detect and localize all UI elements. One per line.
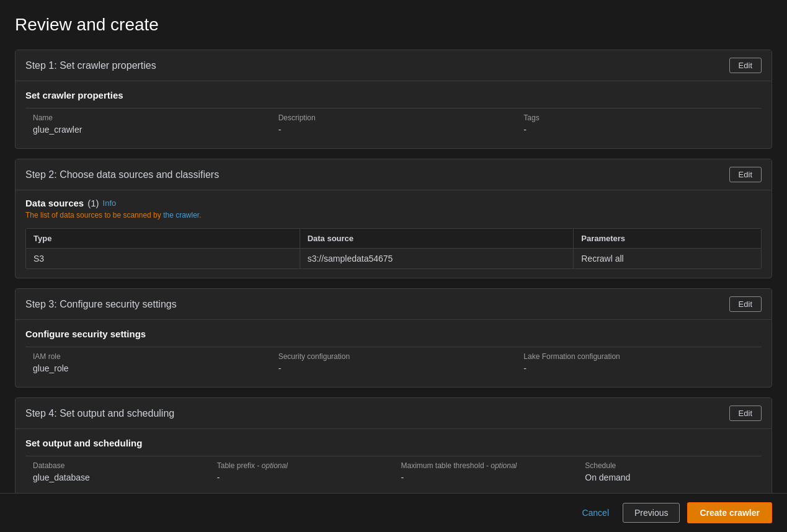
- step1-fields: Name glue_crawler Description - Tags -: [25, 108, 762, 140]
- step1-subsection: Set crawler properties Name glue_crawler…: [16, 81, 771, 148]
- step1-description-label: Description: [278, 113, 509, 122]
- step3-security-field: Security configuration -: [271, 347, 517, 378]
- step1-description-field: Description -: [271, 109, 517, 140]
- step1-header: Step 1: Set crawler properties Edit: [16, 50, 771, 81]
- step4-edit-button[interactable]: Edit: [729, 406, 762, 421]
- step3-fields: IAM role glue_role Security configuratio…: [25, 347, 762, 378]
- step4-title: Step 4: Set output and scheduling: [25, 408, 174, 419]
- row-type: S3: [26, 249, 300, 268]
- step3-lakeformation-field: Lake Formation configuration -: [516, 347, 762, 378]
- step4-fields: Database glue_database Table prefix - op…: [25, 456, 762, 487]
- data-sources-table: Type Data source Parameters S3 s3://samp…: [25, 228, 762, 269]
- step4-database-value: glue_database: [33, 472, 202, 482]
- step4-subsection: Set output and scheduling Database glue_…: [16, 429, 771, 496]
- step3-subsection-title: Configure security settings: [25, 329, 762, 339]
- table-header: Type Data source Parameters: [26, 229, 761, 249]
- step3-edit-button[interactable]: Edit: [729, 296, 762, 312]
- step4-schedule-value: On demand: [585, 472, 754, 482]
- row-source: s3://sampledata54675: [300, 249, 574, 268]
- step1-name-value: glue_crawler: [33, 125, 264, 135]
- col-params-header: Parameters: [574, 229, 761, 248]
- crawler-link: the crawler: [163, 211, 199, 219]
- step2-description: The list of data sources to be scanned b…: [25, 211, 762, 219]
- step4-maxthreshold-label: Maximum table threshold - optional: [401, 461, 571, 470]
- step1-name-label: Name: [33, 113, 264, 122]
- step2-header: Step 2: Choose data sources and classifi…: [16, 159, 771, 190]
- step1-tags-field: Tags -: [516, 109, 762, 140]
- cancel-button[interactable]: Cancel: [576, 504, 615, 521]
- col-source-header: Data source: [300, 229, 574, 248]
- step3-security-value: -: [278, 363, 509, 373]
- step2-info-link[interactable]: Info: [103, 198, 117, 208]
- step2-section: Step 2: Choose data sources and classifi…: [15, 159, 772, 278]
- step4-tableprefix-label: Table prefix - optional: [217, 461, 386, 470]
- step1-tags-value: -: [523, 125, 754, 135]
- page-title: Review and create: [15, 15, 772, 35]
- step4-database-field: Database glue_database: [25, 456, 210, 487]
- step3-iam-field: IAM role glue_role: [25, 347, 271, 378]
- step2-badge: (1): [87, 198, 99, 208]
- step2-sources-label: Data sources: [25, 198, 84, 208]
- step2-subsection-header: Data sources (1) Info The list of data s…: [16, 190, 771, 228]
- step3-lakeformation-value: -: [523, 363, 754, 373]
- step4-database-label: Database: [33, 461, 202, 470]
- step2-edit-button[interactable]: Edit: [729, 167, 762, 182]
- footer-bar: Cancel Previous Create crawler: [0, 493, 787, 532]
- col-type-header: Type: [26, 229, 300, 248]
- step3-security-label: Security configuration: [278, 352, 509, 361]
- step1-title: Step 1: Set crawler properties: [25, 60, 156, 71]
- previous-button[interactable]: Previous: [623, 503, 680, 523]
- table-row: S3 s3://sampledata54675 Recrawl all: [26, 249, 761, 268]
- step3-header: Step 3: Configure security settings Edit: [16, 289, 771, 320]
- step4-schedule-field: Schedule On demand: [577, 456, 762, 487]
- step1-description-value: -: [278, 125, 509, 135]
- step4-schedule-label: Schedule: [585, 461, 754, 470]
- step1-name-field: Name glue_crawler: [25, 109, 271, 140]
- step4-section: Step 4: Set output and scheduling Edit S…: [15, 397, 772, 497]
- step2-title: Step 2: Choose data sources and classifi…: [25, 169, 219, 180]
- step4-subsection-title: Set output and scheduling: [25, 438, 762, 448]
- step4-maxthreshold-field: Maximum table threshold - optional -: [394, 456, 578, 487]
- step3-section: Step 3: Configure security settings Edit…: [15, 288, 772, 388]
- step1-edit-button[interactable]: Edit: [729, 58, 762, 73]
- step3-iam-value: glue_role: [33, 363, 264, 373]
- step3-subsection: Configure security settings IAM role glu…: [16, 320, 771, 387]
- row-params: Recrawl all: [574, 249, 761, 268]
- step1-section: Step 1: Set crawler properties Edit Set …: [15, 50, 772, 149]
- step4-maxthreshold-value: -: [401, 472, 571, 482]
- step2-subsection-title: Data sources (1) Info: [25, 198, 762, 208]
- step4-tableprefix-field: Table prefix - optional -: [210, 456, 394, 487]
- step1-tags-label: Tags: [523, 113, 754, 122]
- step4-tableprefix-value: -: [217, 472, 386, 482]
- step1-subsection-title: Set crawler properties: [25, 90, 762, 100]
- step3-iam-label: IAM role: [33, 352, 264, 361]
- step4-header: Step 4: Set output and scheduling Edit: [16, 398, 771, 429]
- create-crawler-button[interactable]: Create crawler: [687, 502, 772, 523]
- step3-title: Step 3: Configure security settings: [25, 299, 177, 310]
- step3-lakeformation-label: Lake Formation configuration: [523, 352, 754, 361]
